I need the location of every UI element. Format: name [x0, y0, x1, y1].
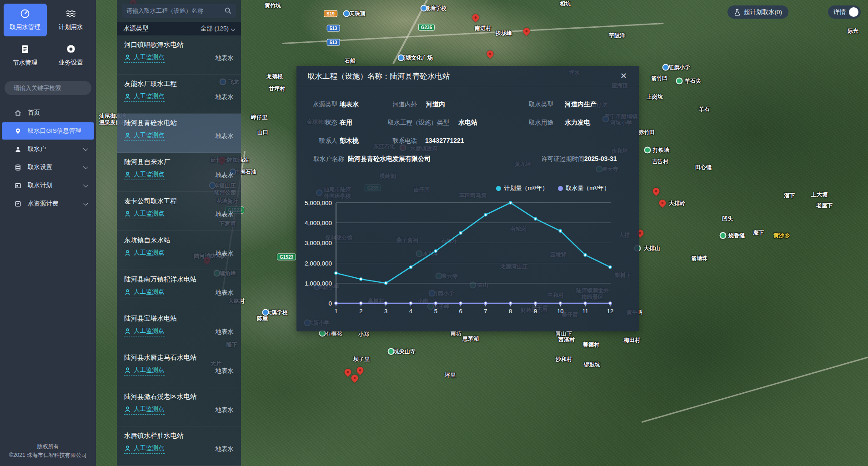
map-marker-blue-circle[interactable] [421, 5, 427, 12]
over-plan-intake-button[interactable]: 超计划取水(0) [728, 5, 788, 19]
chevron-down-icon [83, 164, 88, 169]
field-value: 陆河县青砼水电发展有限公司 [348, 155, 431, 163]
map-marker-red-pin[interactable] [485, 49, 495, 59]
map-label: 甘坪村 [269, 85, 285, 92]
map-label: 大溪学校 [266, 309, 288, 316]
sidebar-search-input[interactable] [14, 85, 94, 91]
map-marker-red-pin[interactable] [651, 186, 661, 196]
field-label: 取水类型 [529, 100, 553, 109]
station-list-item[interactable]: 陆河县宝塔水电站人工监测点地表水 [117, 309, 241, 348]
map-label: 沙和村 [556, 356, 572, 362]
manual-monitor-link[interactable]: 人工监测点 [124, 249, 165, 258]
station-list-item[interactable]: 陆河县激石溪老区水电站人工监测点地表水 [117, 387, 241, 426]
map-marker-red-pin[interactable] [657, 198, 667, 208]
map-marker-blue-circle[interactable] [262, 309, 269, 316]
sidebar-item-label: 取水计划 [28, 181, 52, 190]
sidebar-item-calc[interactable]: 水资源计费 [2, 195, 94, 212]
map-marker-red-pin[interactable] [343, 367, 352, 377]
station-sub-row: 人工监测点地表水 [124, 444, 234, 454]
station-name: 陆河县自来水厂 [124, 157, 234, 166]
svg-text:1,000,000: 1,000,000 [305, 280, 332, 287]
copyright: 版权所有 ©2021 珠海市仁智科技有限公司 [0, 438, 96, 466]
manual-monitor-link[interactable]: 人工监测点 [124, 405, 165, 415]
close-icon[interactable]: ✕ [620, 71, 627, 80]
manual-monitor-link[interactable]: 人工监测点 [124, 131, 165, 141]
monitor-label: 人工监测点 [134, 210, 165, 218]
map-road [641, 351, 868, 423]
detail-toggle[interactable]: 详情 [828, 5, 861, 19]
station-name: 陆河县激石溪老区水电站 [124, 392, 234, 401]
station-list-item[interactable]: 友能水厂取水工程人工监测点地表水 [117, 75, 241, 114]
map-marker-blue-circle[interactable] [343, 10, 350, 17]
manual-monitor-link[interactable]: 人工监测点 [124, 53, 165, 63]
sidebar-item-user[interactable]: 取水户 [2, 140, 94, 158]
waves-icon [66, 9, 76, 20]
field-label: 河道内外 [392, 100, 417, 109]
map-label: 际光 [848, 28, 858, 34]
map-label: 墩塘学校 [425, 5, 447, 11]
map-marker-blue-circle[interactable] [398, 55, 405, 61]
chevron-down-icon [83, 200, 88, 205]
module-waves-button[interactable]: 计划用水 [50, 4, 93, 36]
field-label: 联系电话 [392, 137, 417, 145]
map-marker-green-circle[interactable] [676, 78, 683, 85]
station-list-item[interactable]: 麦卡公司取水工程人工监测点地表水 [117, 192, 241, 231]
field-label: 许可证过期时间 [542, 155, 585, 163]
manual-monitor-link[interactable]: 人工监测点 [124, 170, 165, 180]
map-label: 相坑 [560, 0, 571, 7]
doc-icon [20, 44, 30, 55]
field-value: 水电站 [458, 119, 477, 127]
water-source-type: 地表水 [216, 210, 234, 219]
sidebar-item-home[interactable]: 首页 [2, 104, 94, 121]
module-gauge-button[interactable]: 取用水管理 [4, 4, 47, 36]
station-search-box [122, 4, 236, 18]
map-marker-green-circle[interactable] [720, 232, 727, 239]
station-list-item[interactable]: 陆河县青砼水电站人工监测点地表水 [117, 114, 241, 153]
toggle-knob[interactable] [849, 7, 858, 17]
manual-monitor-link[interactable]: 人工监测点 [124, 444, 165, 454]
map-marker-red-pin[interactable] [350, 373, 359, 383]
field-value: 2025-03-31 [584, 155, 617, 162]
water-source-type: 地表水 [216, 54, 234, 62]
map-marker-red-pin[interactable] [355, 366, 365, 375]
module-doc-button[interactable]: 节水管理 [4, 39, 47, 72]
map-marker-green-circle[interactable] [388, 348, 395, 355]
manual-monitor-link[interactable]: 人工监测点 [124, 327, 165, 336]
map-label: 羊石尖 [685, 78, 701, 84]
station-list-item[interactable]: 陆河县自来水厂人工监测点地表水 [117, 153, 241, 192]
chevron-down-icon [83, 146, 88, 151]
station-search-input[interactable] [126, 7, 225, 14]
gear-icon [66, 44, 76, 55]
station-list-item[interactable]: 河口镇唱歌潭水电站人工监测点地表水 [117, 35, 241, 75]
station-list-item[interactable]: 陆河县南万镇杞洋水电站人工监测点地表水 [117, 270, 241, 309]
station-name: 陆河县青砼水电站 [124, 118, 234, 127]
sidebar-item-pin[interactable]: 取水口GIS信息管理 [2, 122, 94, 140]
station-list-item[interactable]: 陆河县水唇走马石水电站人工监测点地表水 [117, 348, 241, 387]
module-gear-button[interactable]: 业务设置 [50, 39, 93, 72]
sidebar-item-card[interactable]: 取水计划 [2, 177, 94, 194]
manual-monitor-link[interactable]: 人工监测点 [124, 210, 165, 219]
map-label: 老屋下 [816, 202, 833, 209]
map-label: 烧香缝 [728, 232, 745, 239]
map-marker-red-pin[interactable] [522, 26, 531, 36]
search-icon[interactable] [225, 7, 231, 14]
map-label: 吉告村 [652, 158, 668, 165]
station-name: 东坑镇自来水站 [124, 236, 234, 245]
station-list-item[interactable]: 东坑镇自来水站人工监测点地表水 [117, 231, 241, 270]
map-marker-blue-circle[interactable] [662, 64, 669, 71]
station-list-item[interactable]: 水唇镇水栏肚水电站人工监测点地表水 [117, 426, 241, 466]
map-marker-green-circle[interactable] [644, 147, 651, 154]
field-label: 取水工程（设施）类型 [388, 119, 449, 127]
monitor-label: 人工监测点 [134, 131, 165, 140]
manual-monitor-link[interactable]: 人工监测点 [124, 288, 165, 297]
manual-monitor-link[interactable]: 人工监测点 [124, 92, 165, 102]
svg-text:3,000,000: 3,000,000 [305, 240, 332, 246]
map-marker-red-pin[interactable] [471, 13, 480, 22]
svg-text:3: 3 [384, 308, 387, 315]
person-icon [124, 445, 131, 452]
sidebar-item-db[interactable]: 取水设置 [2, 159, 94, 176]
map-label: 庵下 [753, 230, 764, 236]
map-label: 南进村 [475, 25, 491, 31]
manual-monitor-link[interactable]: 人工监测点 [124, 366, 165, 376]
filter-dropdown[interactable]: 全部 (125) [201, 25, 235, 33]
